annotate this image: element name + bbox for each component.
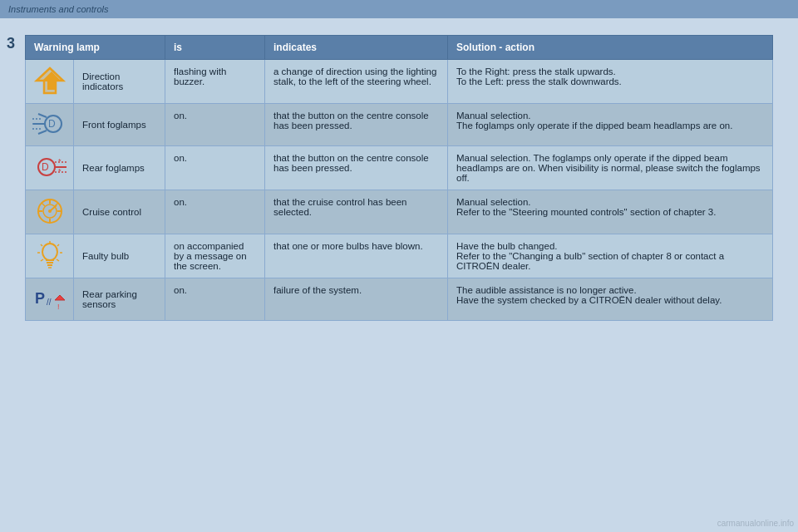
indicates-cell-5: failure of the system. (265, 278, 448, 321)
solution-cell-0: To the Right: press the stalk upwards.To… (448, 60, 773, 104)
indicates-cell-2: that the button on the centre console ha… (265, 146, 448, 190)
svg-text:*: * (58, 157, 62, 165)
is-cell-5: on. (165, 278, 265, 321)
svg-line-6 (38, 131, 47, 134)
is-cell-4: on accompanied by a message on the scree… (165, 234, 265, 278)
header-warning-lamp: Warning lamp (26, 36, 165, 60)
header-indicates: indicates (265, 36, 448, 60)
is-cell-0: flashing with buzzer. (165, 60, 265, 104)
svg-text:D: D (48, 118, 56, 130)
svg-marker-43 (55, 295, 65, 300)
lamp-name-1: Front foglamps (74, 104, 165, 146)
solution-cell-2: Manual selection. The foglamps only oper… (448, 146, 773, 190)
svg-line-5 (38, 114, 47, 117)
is-cell-2: on. (165, 146, 265, 190)
table-row: Cruise controlon.that the cruise control… (26, 190, 773, 234)
table-row: Direction indicatorsflashing with buzzer… (26, 60, 773, 104)
indicates-cell-1: that the button on the centre console ha… (265, 104, 448, 146)
indicates-cell-4: that one or more bulbs have blown. (265, 234, 448, 278)
solution-cell-3: Manual selection.Refer to the "Steering … (448, 190, 773, 234)
table-row: Faulty bulbon accompanied by a message o… (26, 234, 773, 278)
solution-cell-4: Have the bulb changed.Refer to the "Chan… (448, 234, 773, 278)
icon-cell-direction-indicator (26, 60, 74, 104)
icon-cell-rear-foglamps: D * * (26, 146, 74, 190)
solution-cell-5: The audible assistance is no longer acti… (448, 278, 773, 321)
top-bar-text: Instruments and controls (8, 4, 108, 14)
icon-cell-rear-parking-sensors: P // ! (26, 278, 74, 321)
icon-cell-faulty-bulb (26, 234, 74, 278)
icon-cell-front-foglamps: D (26, 104, 74, 146)
top-bar: Instruments and controls (0, 0, 798, 18)
svg-text:*: * (58, 167, 62, 175)
lamp-name-0: Direction indicators (74, 60, 165, 104)
lamp-name-2: Rear foglamps (74, 146, 165, 190)
table-wrapper: Warning lamp is indicates Solution - act… (25, 35, 773, 321)
table-row: P // ! Rear parking sensorson.failure of… (26, 278, 773, 321)
indicates-cell-0: a change of direction using the lighting… (265, 60, 448, 104)
is-cell-1: on. (165, 104, 265, 146)
page-container: 3 Warning lamp is indicates Solution - a… (0, 18, 798, 337)
header-solution: Solution - action (448, 36, 773, 60)
svg-line-38 (57, 259, 59, 261)
svg-point-26 (48, 209, 52, 213)
svg-text://: // (47, 298, 52, 307)
lamp-name-4: Faulty bulb (74, 234, 165, 278)
icon-cell-cruise-control (26, 190, 74, 234)
svg-point-29 (42, 244, 57, 260)
indicates-cell-3: that the cruise control has been selecte… (265, 190, 448, 234)
is-cell-3: on. (165, 190, 265, 234)
watermark: carmanualonline.info (717, 519, 794, 528)
lamp-name-3: Cruise control (74, 190, 165, 234)
lamp-name-5: Rear parking sensors (74, 278, 165, 321)
svg-text:!: ! (57, 303, 60, 311)
svg-line-34 (57, 244, 59, 246)
header-is: is (165, 36, 265, 60)
table-row: D * * Rear foglampson.that the button on… (26, 146, 773, 190)
table-header-row: Warning lamp is indicates Solution - act… (26, 36, 773, 60)
svg-text:D: D (42, 161, 49, 173)
table-row: D Front foglampson.that the button on th… (26, 104, 773, 146)
svg-text:P: P (35, 290, 45, 307)
svg-line-37 (41, 259, 43, 261)
svg-line-33 (41, 244, 42, 246)
chapter-number: 3 (7, 35, 15, 52)
svg-line-27 (42, 203, 45, 206)
warning-lamp-table: Warning lamp is indicates Solution - act… (25, 35, 773, 321)
solution-cell-1: Manual selection.The foglamps only opera… (448, 104, 773, 146)
